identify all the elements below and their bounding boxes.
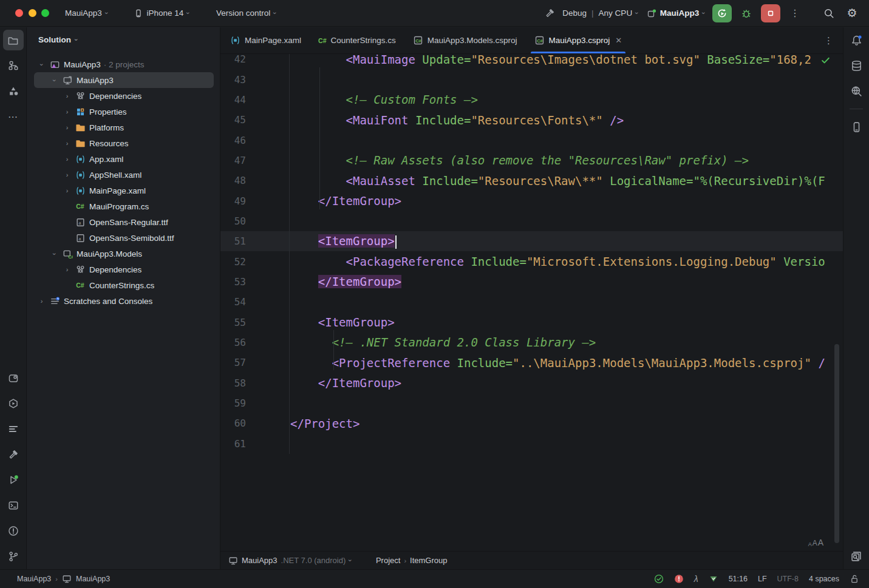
toolwindow-terminal-button[interactable] [3, 495, 24, 516]
tree-item-counterstrings-cs[interactable]: C#CounterStrings.cs [27, 277, 220, 293]
status-check-ok[interactable] [654, 574, 664, 584]
tree-item-label: MauiApp3 [61, 60, 101, 69]
tree-item-mainpage-xaml[interactable]: ›MainPage.xaml [27, 183, 220, 198]
toolwindow-debugger-button[interactable] [3, 368, 24, 388]
project-selector[interactable]: MauiApp3 › [60, 5, 112, 21]
tree-item-opensans-semibold-ttf[interactable]: aOpenSans-Semibold.ttf [27, 230, 220, 246]
debug-button[interactable] [738, 5, 755, 22]
stop-button[interactable] [761, 4, 780, 22]
tab-label: CounterStrings.cs [330, 36, 395, 45]
search-everywhere-button[interactable] [820, 5, 837, 22]
status-51-16[interactable]: 51:16 [729, 575, 748, 583]
chevron-collapsed-icon[interactable]: › [61, 171, 73, 178]
csprojfile-icon: C# [534, 35, 545, 46]
close-window-button[interactable] [15, 9, 23, 17]
status-filter-green[interactable] [709, 574, 718, 584]
rerun-button[interactable] [712, 4, 732, 22]
status-lf[interactable]: LF [758, 575, 767, 583]
chevron-collapsed-icon[interactable]: › [61, 140, 73, 147]
breadcrumb-node-project[interactable]: Project [376, 556, 400, 565]
toolwindow-problems-button[interactable] [3, 521, 24, 541]
run-configuration-selector[interactable]: MauiApp3 › [646, 5, 706, 21]
tree-item-mauiapp3-models[interactable]: ›C#MauiApp3.Models [27, 246, 220, 262]
tree-item-appshell-xaml[interactable]: ›AppShell.xaml [27, 167, 220, 183]
run-config-icon [647, 8, 656, 18]
editor-gutter: 44 [220, 90, 290, 110]
toolwindow-web-search-button[interactable] [846, 81, 867, 101]
tree-item-resources[interactable]: ›Resources [27, 135, 220, 151]
editor-gutter: 49 [220, 191, 290, 211]
breadcrumb-project[interactable]: MauiApp3 [242, 556, 278, 565]
tree-item-opensans-regular-ttf[interactable]: aOpenSans-Regular.ttf [27, 214, 220, 230]
tab-mauiapp3-models-csproj[interactable]: C#MauiApp3.Models.csproj [404, 27, 526, 53]
toolwindow-find-in-files-button[interactable] [846, 546, 867, 567]
status-utf-8[interactable]: UTF-8 [777, 575, 799, 583]
xaml-icon [75, 154, 86, 164]
toolwindow-services-button[interactable] [3, 393, 24, 414]
zoom-window-button[interactable] [41, 9, 49, 17]
chevron-collapsed-icon[interactable]: › [61, 155, 73, 163]
toolwindow-solution-explorer-button[interactable] [3, 30, 24, 50]
toolwindow-build-button[interactable] [3, 444, 24, 465]
toolwindow-todo-button[interactable] [3, 419, 24, 439]
code-line-45: 45<MauiFont Include="Resources\Fonts\*" … [220, 110, 843, 130]
explorer-header[interactable]: Solution › [27, 27, 220, 52]
code-editor[interactable]: 42<MauiImage Update="Resources\Images\do… [220, 54, 843, 551]
vcs-selector[interactable]: Version control › [211, 5, 281, 21]
inspections-ok-icon[interactable] [820, 55, 831, 66]
settings-button[interactable]: ⚙ [843, 5, 860, 22]
close-icon[interactable]: ✕ [615, 36, 622, 45]
toolwindow-run-button[interactable] [3, 470, 24, 490]
tree-item-dependencies[interactable]: ›Dependencies [27, 262, 220, 277]
tree-item-label: Properties [87, 107, 127, 117]
properties-icon [75, 107, 86, 117]
chevron-expanded-icon[interactable]: › [48, 76, 61, 84]
toolwindow-git-button[interactable] [3, 546, 24, 567]
tree-item-label: MauiApp3 [74, 76, 114, 85]
toolwindow-structure-button[interactable] [3, 55, 24, 76]
chevron-collapsed-icon[interactable]: › [61, 124, 73, 131]
toolwindow-nuget-button[interactable] [3, 81, 24, 101]
tab-counterstrings-cs[interactable]: C#CounterStrings.cs [310, 27, 404, 53]
solution-configuration-selector[interactable]: Debug | Any CPU › [561, 5, 639, 21]
status-lock-open[interactable] [850, 574, 859, 584]
editor-scrollbar[interactable] [834, 344, 839, 543]
chevron-expanded-icon[interactable]: › [35, 61, 48, 68]
toolwindow-device-manager-button[interactable] [846, 117, 867, 137]
solution-tree: ›MauiApp3· 2 projects›MauiApp3›Dependenc… [27, 56, 220, 309]
chevron-collapsed-icon[interactable]: › [35, 297, 48, 305]
more-actions-button[interactable]: ⋮ [786, 5, 803, 22]
tree-item-properties[interactable]: ›Properties [27, 104, 220, 120]
toolwindow-notifications-button[interactable] [846, 30, 867, 50]
breadcrumb-node-itemgroup[interactable]: ItemGroup [410, 556, 447, 565]
build-hammer-icon[interactable] [545, 8, 555, 18]
tree-item-mauiapp3[interactable]: ›MauiApp3· 2 projects [27, 56, 220, 72]
tab-options-button[interactable]: ⋮ [814, 35, 843, 46]
code-line-48: 48<MauiAsset Include="Resources\Raw\**" … [220, 171, 843, 191]
status-module[interactable]: MauiApp3 [76, 575, 110, 583]
tree-item-mauiprogram-cs[interactable]: C#MauiProgram.cs [27, 198, 220, 214]
tree-item-platforms[interactable]: ›Platforms [27, 120, 220, 135]
status-lambda[interactable]: λ [694, 574, 698, 584]
chevron-collapsed-icon[interactable]: › [61, 266, 73, 273]
tab-mainpage-xaml[interactable]: MainPage.xaml [222, 27, 310, 53]
tree-item-mauiapp3[interactable]: ›MauiApp3 [27, 72, 220, 88]
status-4-spaces[interactable]: 4 spaces [809, 575, 839, 583]
toolwindow-more-button[interactable]: ⋯ [3, 106, 24, 127]
breadcrumb-target-framework[interactable]: .NET 7.0 (android) [281, 556, 346, 565]
chevron-expanded-icon[interactable]: › [48, 250, 61, 257]
chevron-collapsed-icon[interactable]: › [61, 108, 73, 115]
chevron-collapsed-icon[interactable]: › [61, 187, 73, 194]
status-project[interactable]: MauiApp3 [17, 575, 51, 583]
tab-mauiapp3-csproj[interactable]: C#MauiApp3.csproj✕ [526, 27, 630, 53]
toolwindow-database-button[interactable] [846, 55, 867, 76]
status-error-badge[interactable] [674, 574, 684, 584]
tree-item-scratches-and-consoles[interactable]: ›Scratches and Consoles [27, 293, 220, 309]
device-selector[interactable]: iPhone 14 › [129, 5, 194, 21]
highlighting-level-widget[interactable]: AAA [808, 538, 823, 547]
tree-item-dependencies[interactable]: ›Dependencies [27, 88, 220, 104]
tree-item-app-xaml[interactable]: ›App.xaml [27, 151, 220, 167]
chevron-collapsed-icon[interactable]: › [61, 92, 73, 100]
code-line-54: 54 [220, 292, 843, 312]
minimize-window-button[interactable] [29, 9, 36, 17]
